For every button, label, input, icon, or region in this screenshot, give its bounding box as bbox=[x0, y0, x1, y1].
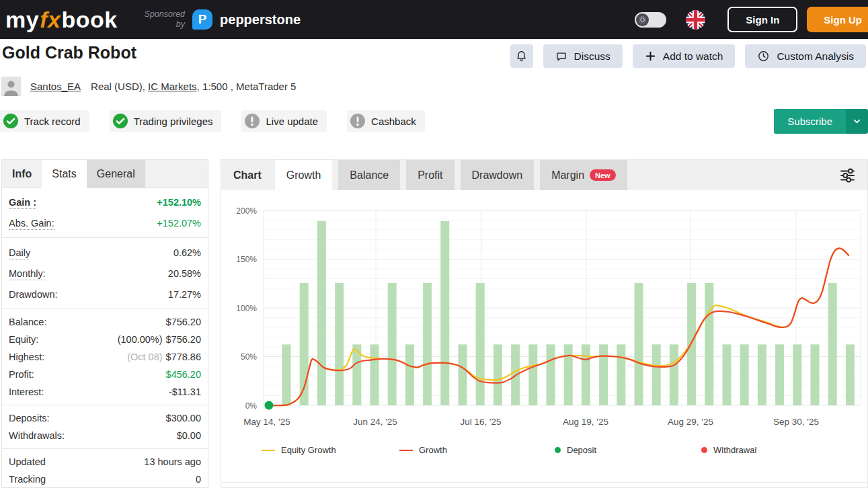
dot-swatch bbox=[555, 447, 561, 453]
plus-icon bbox=[645, 50, 656, 62]
clock-icon bbox=[757, 50, 770, 63]
badge-track-record[interactable]: Track record bbox=[0, 110, 89, 132]
account-row: Santos_EA Real (USD), IC Markets, 1:500 … bbox=[1, 77, 296, 96]
stat-value: (Oct 08)$778.86 bbox=[127, 352, 201, 362]
discuss-label: Discuss bbox=[574, 50, 610, 63]
page: myfxbook Sponsored by P pepperstone bbox=[0, 0, 868, 488]
language-flag-uk-icon[interactable] bbox=[686, 10, 705, 30]
stat-row: Deposits:$300.00 bbox=[2, 409, 208, 427]
stat-label: Interest: bbox=[9, 387, 44, 397]
chart-tabs: ChartGrowthBalanceProfitDrawdownMarginNe… bbox=[221, 160, 867, 190]
stat-value: $756.20 bbox=[166, 317, 201, 327]
line-swatch bbox=[399, 450, 413, 451]
title-actions: Discuss Add to watch Custom Analysis bbox=[510, 44, 866, 68]
broker-link[interactable]: IC Markets bbox=[148, 81, 197, 92]
stat-value: -$11.31 bbox=[169, 387, 201, 397]
line-swatch bbox=[262, 450, 275, 451]
stat-label[interactable]: Daily bbox=[9, 247, 30, 258]
badge-cashback[interactable]: Cashback bbox=[347, 110, 425, 132]
stat-label: Withdrawals: bbox=[9, 430, 65, 441]
legend-item-growth[interactable]: Growth bbox=[399, 445, 447, 455]
badge-label: Cashback bbox=[371, 116, 416, 127]
svg-text:Aug 19, '25: Aug 19, '25 bbox=[563, 417, 608, 427]
divider bbox=[2, 309, 208, 309]
custom-analysis-label: Custom Analysis bbox=[777, 50, 854, 63]
stat-label: Drawdown: bbox=[9, 289, 58, 300]
svg-text:Sep 30, '25: Sep 30, '25 bbox=[773, 417, 819, 427]
svg-text:0%: 0% bbox=[245, 401, 258, 411]
theme-toggle[interactable] bbox=[635, 12, 666, 28]
sun-icon bbox=[638, 15, 647, 24]
growth-chart[interactable]: 0%50%100%150%200%May 14, '25Jun 24, '25J… bbox=[221, 191, 867, 487]
divider bbox=[2, 237, 208, 238]
legend-label: Deposit bbox=[567, 445, 596, 455]
stat-label[interactable]: Gain : bbox=[9, 197, 36, 208]
bell-icon bbox=[515, 50, 528, 63]
avatar bbox=[1, 77, 21, 96]
stat-label: Deposits: bbox=[9, 413, 49, 423]
stat-row: Equity:(100.00%)$756.20 bbox=[2, 331, 208, 348]
chart-tab-margin[interactable]: MarginNew bbox=[540, 160, 627, 190]
stat-value: 0 bbox=[196, 474, 201, 485]
logo-fx: fx bbox=[40, 7, 61, 32]
stat-label: Equity: bbox=[9, 334, 38, 345]
sign-in-button[interactable]: Sign In bbox=[727, 7, 797, 32]
stat-row: Drawdown:17.27% bbox=[2, 284, 208, 304]
check-circle-icon bbox=[112, 113, 128, 129]
legend-item-withdrawal[interactable]: Withdrawal bbox=[701, 445, 756, 455]
stat-row: Withdrawals:$0.00 bbox=[2, 427, 208, 444]
stat-label[interactable]: Monthly: bbox=[9, 268, 46, 279]
header-actions: Sign In Sign Up bbox=[635, 0, 868, 39]
chart-tab-drawdown[interactable]: Drawdown bbox=[461, 160, 535, 190]
user-link[interactable]: Santos_EA bbox=[30, 81, 81, 92]
chart-settings-button[interactable] bbox=[838, 166, 857, 185]
badge-live-update[interactable]: Live update bbox=[241, 110, 327, 132]
stat-label: Tracking bbox=[9, 474, 46, 485]
chevron-down-icon bbox=[852, 116, 862, 126]
page-title: Gold Crab Robot bbox=[2, 43, 136, 63]
chart-tab-balance[interactable]: Balance bbox=[338, 160, 400, 190]
myfxbook-logo[interactable]: myfxbook bbox=[5, 8, 118, 31]
sponsor-block[interactable]: Sponsored by P pepperstone bbox=[145, 9, 301, 30]
discuss-button[interactable]: Discuss bbox=[543, 44, 623, 68]
badge-label: Track record bbox=[24, 116, 81, 127]
account-detail: Real (USD), IC Markets, 1:500 , MetaTrad… bbox=[91, 81, 296, 92]
subscribe-label: Subscribe bbox=[774, 109, 846, 134]
chart-tab-profit[interactable]: Profit bbox=[406, 160, 454, 190]
legend-label: Growth bbox=[419, 445, 447, 455]
stat-row: Monthly:20.58% bbox=[2, 263, 208, 284]
stat-label: Highest: bbox=[9, 352, 44, 362]
legend-label: Equity Growth bbox=[281, 445, 336, 455]
subscribe-button[interactable]: Subscribe bbox=[774, 109, 868, 134]
stat-row: Gain :+152.10% bbox=[2, 192, 208, 212]
stat-value-prefix: (Oct 08) bbox=[127, 352, 162, 362]
sponsored-by-label: Sponsored by bbox=[145, 9, 185, 30]
legend-item-equity-growth[interactable]: Equity Growth bbox=[262, 445, 336, 455]
stat-row: Highest:(Oct 08)$778.86 bbox=[2, 348, 208, 366]
stat-label[interactable]: Abs. Gain: bbox=[9, 218, 54, 229]
sidebar-tab-general[interactable]: General bbox=[87, 160, 145, 188]
chart-tab-growth[interactable]: Growth bbox=[275, 160, 333, 190]
sidebar-tab-info[interactable]: Info bbox=[2, 160, 42, 188]
notifications-button[interactable] bbox=[510, 44, 533, 68]
stat-value: (100.00%)$756.20 bbox=[118, 334, 201, 345]
svg-text:150%: 150% bbox=[236, 255, 257, 264]
logo-my: my bbox=[5, 7, 39, 32]
add-to-watch-button[interactable]: Add to watch bbox=[633, 44, 736, 68]
subscribe-dropdown[interactable] bbox=[846, 109, 868, 134]
sidebar-tab-stats[interactable]: Stats bbox=[42, 160, 86, 188]
chart-panel: ChartGrowthBalanceProfitDrawdownMarginNe… bbox=[221, 159, 868, 488]
stat-value: $456.20 bbox=[166, 369, 201, 380]
badge-trading-privileges[interactable]: Trading privileges bbox=[110, 110, 222, 132]
legend-item-deposit[interactable]: Deposit bbox=[555, 445, 596, 455]
svg-text:Jun 24, '25: Jun 24, '25 bbox=[353, 417, 397, 427]
stat-label: Updated bbox=[9, 456, 46, 467]
sign-up-button[interactable]: Sign Up bbox=[807, 7, 868, 32]
dot-swatch bbox=[701, 447, 707, 453]
custom-analysis-button[interactable]: Custom Analysis bbox=[745, 44, 866, 68]
stat-row: Daily0.62% bbox=[2, 242, 208, 263]
sliders-icon bbox=[838, 166, 857, 185]
add-to-watch-label: Add to watch bbox=[663, 50, 723, 63]
stat-value: 17.27% bbox=[168, 289, 201, 300]
pepperstone-brand: pepperstone bbox=[220, 12, 301, 28]
